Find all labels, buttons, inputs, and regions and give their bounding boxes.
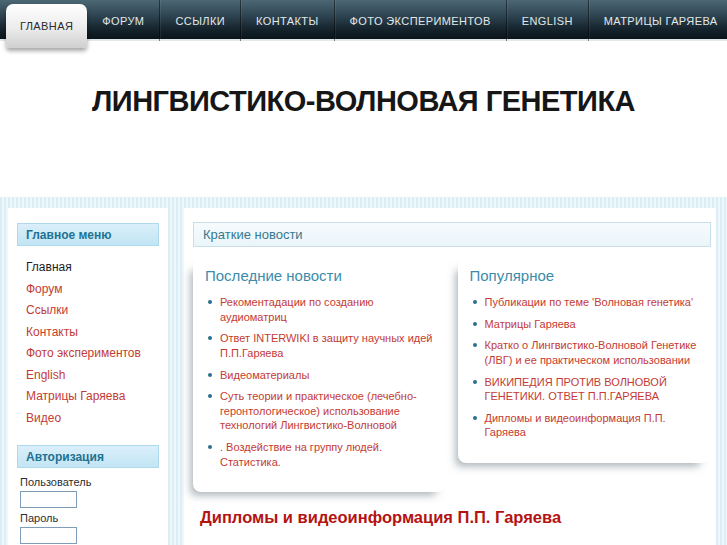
site-title: ЛИНГВИСТИКО-ВОЛНОВАЯ ГЕНЕТИКА bbox=[0, 43, 727, 118]
nav-tab-label: ENGLISH bbox=[522, 15, 573, 27]
popular-link[interactable]: Публикации по теме 'Волновая генетика' bbox=[472, 295, 701, 310]
popular-link-label: Публикации по теме 'Волновая генетика' bbox=[485, 296, 694, 308]
latest-news-list: Рекоментадации по созданию аудиоматриц О… bbox=[207, 295, 436, 469]
menu-item: Главная bbox=[8, 256, 168, 278]
popular-link-label: Дипломы и видеоинформация П.П. Гаряева bbox=[485, 412, 666, 439]
latest-news-column: Последние новости Рекоментадации по созд… bbox=[193, 259, 446, 492]
sidebar: Главное меню Главная Форум Ссылки bbox=[8, 208, 168, 545]
news-link-label: Ответ INTERWIKI в защиту научных идей П.… bbox=[220, 332, 433, 359]
article-title[interactable]: Дипломы и видеоинформация П.П. Гаряева bbox=[200, 508, 716, 527]
menu-item: Фото экспериментов bbox=[8, 342, 168, 364]
popular-link[interactable]: ВИКИПЕДИЯ ПРОТИВ ВОЛНОВОЙ ГЕНЕТИКИ. ОТВЕ… bbox=[472, 375, 701, 404]
menu-link[interactable]: Форум bbox=[26, 282, 62, 296]
nav-tab-label: МАТРИЦЫ ГАРЯЕВА bbox=[604, 15, 718, 27]
nav-tab[interactable]: ГЛАВНАЯ bbox=[6, 4, 87, 48]
news-link-label: . Воздействие на группу людей. Статистик… bbox=[220, 441, 382, 468]
menu-link[interactable]: Главная bbox=[26, 260, 72, 274]
username-input[interactable] bbox=[20, 491, 77, 508]
news-link[interactable]: Видеоматериалы bbox=[207, 368, 436, 383]
menu-item: Ссылки bbox=[8, 299, 168, 321]
nav-tab-label: ГЛАВНАЯ bbox=[20, 20, 73, 32]
news-columns: Последние новости Рекоментадации по созд… bbox=[193, 259, 710, 492]
news-link[interactable]: . Воздействие на группу людей. Статистик… bbox=[207, 440, 436, 469]
content-background: Главное меню Главная Форум Ссылки bbox=[0, 197, 727, 545]
menu-item: Матрицы Гаряева bbox=[8, 385, 168, 407]
top-navbar: ГЛАВНАЯ ФОРУМ ССЫЛКИ КОНТАКТЫ ФОТО ЭКСПЕ… bbox=[0, 0, 727, 41]
menu-item: English bbox=[8, 364, 168, 386]
popular-column: Популярное Публикации по теме 'Волновая … bbox=[458, 259, 711, 463]
main-menu-list: Главная Форум Ссылки Контакты bbox=[8, 256, 168, 428]
menu-link[interactable]: Матрицы Гаряева bbox=[26, 389, 125, 403]
page: ГЛАВНАЯ ФОРУМ ССЫЛКИ КОНТАКТЫ ФОТО ЭКСПЕ… bbox=[0, 0, 727, 545]
popular-link[interactable]: Матрицы Гаряева bbox=[472, 317, 701, 332]
main-content: Краткие новости Последние новости Рекоме… bbox=[184, 208, 716, 545]
nav-tabs: ГЛАВНАЯ ФОРУМ ССЫЛКИ КОНТАКТЫ ФОТО ЭКСПЕ… bbox=[0, 0, 727, 41]
popular-link-label: Матрицы Гаряева bbox=[485, 318, 576, 330]
menu-item: Форум bbox=[8, 278, 168, 300]
password-label: Пароль bbox=[20, 512, 168, 524]
nav-tab[interactable]: ФОРУМ bbox=[87, 0, 160, 41]
masthead: ЛИНГВИСТИКО-ВОЛНОВАЯ ГЕНЕТИКА bbox=[0, 43, 727, 197]
menu-link[interactable]: English bbox=[26, 368, 65, 382]
article: Дипломы и видеоинформация П.П. Гаряева К… bbox=[200, 508, 716, 545]
news-link-label: Рекоментадации по созданию аудиоматриц bbox=[220, 296, 374, 323]
nav-tab-label: КОНТАКТЫ bbox=[256, 15, 319, 27]
menu-link[interactable]: Видео bbox=[26, 411, 61, 425]
menu-link[interactable]: Ссылки bbox=[26, 303, 68, 317]
popular-link-label: ВИКИПЕДИЯ ПРОТИВ ВОЛНОВОЙ ГЕНЕТИКИ. ОТВЕ… bbox=[485, 376, 667, 403]
nav-tab[interactable]: МАТРИЦЫ ГАРЯЕВА bbox=[589, 0, 727, 41]
menu-link[interactable]: Фото экспериментов bbox=[26, 346, 141, 360]
auth-header: Авторизация bbox=[17, 445, 159, 468]
main-menu-header: Главное меню bbox=[17, 223, 159, 246]
menu-link[interactable]: Контакты bbox=[26, 325, 78, 339]
username-label: Пользователь bbox=[20, 476, 168, 488]
nav-tab-label: ФОТО ЭКСПЕРИМЕНТОВ bbox=[350, 15, 491, 27]
news-box-title: Краткие новости bbox=[193, 222, 711, 247]
menu-item: Видео bbox=[8, 407, 168, 429]
password-input[interactable] bbox=[20, 527, 77, 544]
news-link[interactable]: Ответ INTERWIKI в защиту научных идей П.… bbox=[207, 331, 436, 360]
popular-link-label: Кратко о Лингвистико-Волновой Генетике (… bbox=[485, 339, 697, 366]
nav-tab[interactable]: ССЫЛКИ bbox=[160, 0, 241, 41]
news-link[interactable]: Рекоментадации по созданию аудиоматриц bbox=[207, 295, 436, 324]
popular-link[interactable]: Кратко о Лингвистико-Волновой Генетике (… bbox=[472, 338, 701, 367]
nav-tab[interactable]: ФОТО ЭКСПЕРИМЕНТОВ bbox=[335, 0, 507, 41]
popular-list: Публикации по теме 'Волновая генетика' М… bbox=[472, 295, 701, 440]
auth-form: Пользователь Пароль Запомнить Войти bbox=[20, 476, 168, 545]
popular-title: Популярное bbox=[470, 267, 701, 284]
news-link-label: Видеоматериалы bbox=[220, 369, 309, 381]
popular-link[interactable]: Дипломы и видеоинформация П.П. Гаряева bbox=[472, 411, 701, 440]
news-link[interactable]: Суть теории и практическое (лечебно-геро… bbox=[207, 389, 436, 433]
nav-tab[interactable]: КОНТАКТЫ bbox=[241, 0, 335, 41]
nav-tab[interactable]: ENGLISH bbox=[507, 0, 589, 41]
latest-news-title: Последние новости bbox=[205, 267, 436, 284]
nav-tab-label: ССЫЛКИ bbox=[175, 15, 225, 27]
menu-item: Контакты bbox=[8, 321, 168, 343]
nav-tab-label: ФОРУМ bbox=[102, 15, 144, 27]
news-link-label: Суть теории и практическое (лечебно-геро… bbox=[220, 390, 417, 431]
